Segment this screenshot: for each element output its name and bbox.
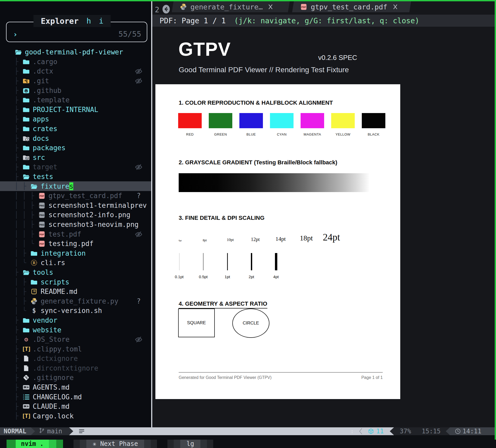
tree-row[interactable]: ├ packages	[0, 143, 151, 153]
toml-icon: [T]	[22, 412, 30, 420]
tree-row[interactable]: │ │ ╰ PDF testing.pdf	[0, 239, 151, 249]
tree-guides: ├	[14, 154, 22, 161]
tmux-window-lg[interactable]: lg	[167, 440, 213, 448]
tree-row[interactable]: ├ .template	[0, 95, 151, 105]
plugin-count: 11	[376, 427, 384, 435]
tree-row[interactable]: │ │ ├ PNG screenshot3-neovim.png	[0, 220, 151, 229]
explorer-hint-h[interactable]: h	[87, 16, 91, 25]
close-tab-icon[interactable]	[267, 3, 274, 10]
font-sample: 8pt	[203, 238, 207, 242]
tree-row[interactable]: ├ .git	[0, 76, 151, 86]
tree-row[interactable]: ├ .dircontxtignore	[0, 363, 151, 373]
statusline-colon: :	[351, 427, 354, 435]
tab-gtpv-test-card[interactable]: PDF gtpv_test_card.pdf	[293, 1, 410, 12]
tree-row[interactable]: ├ PROJECT-INTERNAL	[0, 105, 151, 115]
tree-row[interactable]: ├ tools	[0, 268, 151, 277]
tree-row-label: CLAUDE.md	[33, 402, 70, 410]
tree-row[interactable]: good-terminal-pdf-viewer	[0, 47, 151, 57]
tree-guides: ├	[14, 364, 22, 372]
package-icon	[368, 428, 374, 434]
tree-row[interactable]: ├ tests	[0, 172, 151, 182]
tree-row-label: PROJECT-INTERNAL	[33, 106, 98, 114]
md-icon	[22, 383, 30, 391]
tmux-session-label: nvim .	[16, 440, 49, 448]
tab-generate-fixture[interactable]: generate_fixture…	[173, 1, 289, 12]
shell-icon: $	[30, 307, 38, 315]
folder-icon	[22, 115, 30, 123]
folder-icon	[22, 316, 30, 324]
grayscale-gradient	[179, 173, 369, 192]
doc-version: v0.2.6 SPEC	[309, 54, 357, 62]
buffer-count: 2	[155, 5, 159, 14]
tree-row[interactable]: ├ ⚙ .DS_Store	[0, 335, 151, 344]
tmux-window-nvim[interactable]: nvim .	[7, 440, 63, 448]
tree-row[interactable]: │ │ ├ PNG screenshot1-terminalprev	[0, 201, 151, 210]
tree-row[interactable]: ├ [T] .clippy.toml	[0, 344, 151, 354]
tree-guides: ├	[14, 96, 22, 104]
tree-row[interactable]: ├ .dctxignore	[0, 354, 151, 363]
tree-row[interactable]: ├ i docs	[0, 133, 151, 143]
tmux-window-next-phase[interactable]: ✳ Next Phase	[74, 440, 157, 448]
tree-guides: ├	[14, 135, 22, 142]
tree-guides: │ │ ╰	[14, 240, 38, 248]
tree-guides: ├	[14, 403, 22, 410]
tree-row[interactable]: ├ 123 CHANGELOG.md	[0, 392, 151, 402]
line-sample: 0.5pt	[196, 253, 211, 279]
svg-text:i: i	[27, 138, 28, 141]
tree-guides: ├	[14, 393, 22, 401]
tree-row[interactable]: ├ website	[0, 325, 151, 335]
section3-heading: 3. FINE DETAIL & DPI SCALING	[179, 215, 264, 221]
file-explorer-panel: Explorer h i › 55/55 good-terminal-pdf-v…	[0, 1, 151, 427]
color-swatch: BLACK	[362, 113, 385, 136]
pdf-page-indicator: PDF: Page 1 / 1	[160, 16, 226, 25]
swatch-label: GREEN	[209, 132, 232, 136]
explorer-hint-i[interactable]: i	[99, 16, 103, 25]
tree-row[interactable]: │ ╰ R cli.rs	[0, 258, 151, 268]
tree-row[interactable]: ├ apps	[0, 114, 151, 124]
tree-row[interactable]: ├ AGENTS.md	[0, 383, 151, 392]
tree-row[interactable]: │ ├ fixture s	[0, 181, 151, 191]
tree-row[interactable]: │ ├ scripts	[0, 277, 151, 287]
folder-open-icon	[22, 173, 30, 181]
tree-guides: ├	[14, 163, 22, 171]
doc-title: GTPV	[178, 38, 231, 60]
tmux-status-bar: nvim . ✳ Next Phase lg	[0, 440, 496, 448]
png-icon: PNG	[38, 201, 46, 209]
close-tab-icon[interactable]	[392, 3, 398, 10]
tree-row-label: docs	[33, 135, 49, 142]
tree-row[interactable]: ├ .dctx	[0, 66, 151, 76]
tree-row[interactable]: ├ target	[0, 162, 151, 172]
footer-divider	[179, 372, 383, 373]
back-icon[interactable]	[162, 4, 171, 14]
tree-row[interactable]: ├ .cargo	[0, 57, 151, 67]
tree-row[interactable]: │ ├ generate_fixture.py ?	[0, 296, 151, 306]
png-icon: PNG	[38, 221, 46, 228]
tree-row[interactable]: ├ .gitignore	[0, 373, 151, 383]
md-icon	[22, 402, 30, 410]
color-swatch: RED	[178, 113, 202, 136]
tree-row[interactable]: │ │ ├ PDF gtpv_test_card.pdf ?	[0, 191, 151, 201]
tree-row[interactable]: │ │ ├ PDF test.pdf	[0, 229, 151, 239]
tree-row[interactable]: ├ [T] Cargo.lock	[0, 411, 151, 421]
tree-row-label: .template	[33, 96, 70, 104]
tree-row[interactable]: ├ # src	[0, 153, 151, 163]
file-tree: good-terminal-pdf-viewer ├ .cargo ├ .dct…	[0, 47, 151, 421]
tree-row[interactable]: ├ CLAUDE.md	[0, 402, 151, 411]
tree-row[interactable]: │ ├ README.md	[0, 287, 151, 296]
tree-guides: ├	[14, 87, 22, 94]
tree-row-label: tools	[33, 268, 53, 276]
doc-icon	[22, 355, 30, 362]
tree-row[interactable]: ├ crates	[0, 124, 151, 134]
tree-guides: ├	[14, 316, 22, 324]
geometry-square: SQUARE	[178, 309, 215, 337]
tree-row[interactable]: ├ vendor	[0, 316, 151, 325]
swatch-label: RED	[178, 132, 202, 136]
rust-icon: R	[30, 259, 38, 267]
font-sample: 18pt	[300, 234, 313, 242]
tree-row[interactable]: │ ╰ $ sync-version.sh	[0, 306, 151, 316]
tree-row[interactable]: │ │ ├ PNG screenshot2-info.png	[0, 210, 151, 220]
tree-row[interactable]: ├ .github	[0, 86, 151, 95]
eye-off-icon	[134, 230, 143, 238]
tree-row[interactable]: │ ├ integration	[0, 248, 151, 258]
buffer-lines-icon	[78, 428, 85, 434]
